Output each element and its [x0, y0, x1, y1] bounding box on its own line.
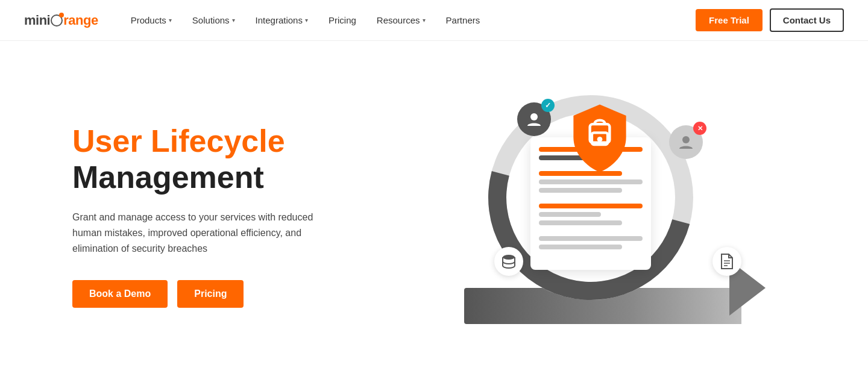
- hero-title-normal: Management: [72, 160, 264, 195]
- doc-line-7: [539, 212, 601, 217]
- x-badge: ✕: [693, 122, 706, 135]
- nav-item-integrations[interactable]: Integrations ▾: [247, 10, 316, 30]
- database-icon: [494, 247, 523, 276]
- svg-point-6: [503, 255, 515, 260]
- doc-line-9: [539, 236, 643, 241]
- chevron-down-icon: ▾: [305, 17, 308, 23]
- hero-section: User Lifecycle Management Grant and mana…: [0, 41, 868, 365]
- check-badge: ✓: [541, 99, 555, 112]
- hero-title: User Lifecycle Management: [72, 123, 386, 196]
- book-demo-button[interactable]: Book a Demo: [72, 280, 168, 308]
- denied-user-bubble: ✕: [669, 125, 703, 159]
- navbar: minirange Products ▾ Solutions ▾ Integra…: [0, 0, 868, 41]
- svg-point-5: [682, 136, 690, 143]
- nav-actions: Free Trial Contact Us: [696, 8, 844, 32]
- hero-description: Grant and manage access to your services…: [72, 210, 338, 256]
- logo[interactable]: minirange: [24, 13, 98, 28]
- doc-line-10: [539, 245, 622, 249]
- hero-buttons: Book a Demo Pricing: [72, 280, 386, 308]
- chevron-down-icon: ▾: [232, 17, 235, 23]
- nav-item-solutions[interactable]: Solutions ▾: [184, 10, 244, 30]
- logo-mini: mini: [24, 13, 50, 28]
- hero-content: User Lifecycle Management Grant and mana…: [72, 123, 386, 308]
- chevron-down-icon: ▾: [423, 17, 426, 23]
- free-trial-button[interactable]: Free Trial: [696, 9, 763, 31]
- hero-title-highlight: User Lifecycle: [72, 123, 285, 158]
- svg-point-4: [530, 113, 538, 120]
- chevron-down-icon: ▾: [169, 17, 172, 23]
- doc-line-4: [539, 179, 643, 184]
- file-icon: [712, 247, 741, 276]
- doc-line-8: [539, 220, 622, 225]
- nav-item-products[interactable]: Products ▾: [122, 10, 180, 30]
- nav-item-partners[interactable]: Partners: [438, 10, 489, 30]
- shield-icon: [567, 101, 633, 176]
- doc-line-5: [539, 188, 622, 193]
- nav-item-pricing[interactable]: Pricing: [320, 10, 365, 30]
- illustration-wrapper: ✓ ✕: [452, 89, 753, 342]
- nav-item-resources[interactable]: Resources ▾: [368, 10, 434, 30]
- contact-us-button[interactable]: Contact Us: [770, 8, 844, 32]
- doc-line-6: [539, 204, 643, 208]
- logo-orange: range: [63, 13, 98, 28]
- hero-illustration: ✓ ✕: [386, 77, 820, 354]
- nav-links: Products ▾ Solutions ▾ Integrations ▾ Pr…: [122, 10, 696, 30]
- approved-user-bubble: ✓: [517, 102, 551, 136]
- pricing-button[interactable]: Pricing: [177, 280, 244, 308]
